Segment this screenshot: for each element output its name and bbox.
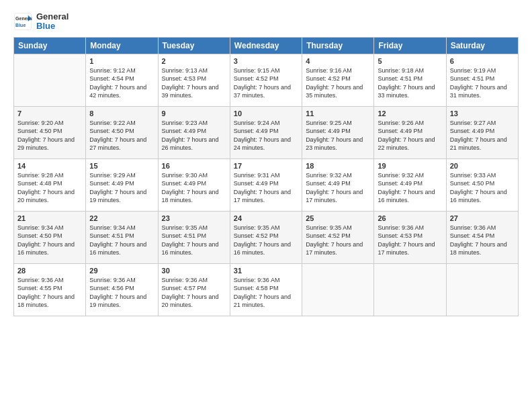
- cell-day-number: 14: [17, 162, 82, 170]
- cell-info: Sunrise: 9:34 AMSunset: 4:51 PMDaylight:…: [89, 224, 154, 257]
- cell-day-number: 30: [162, 267, 226, 275]
- calendar-cell: 21 Sunrise: 9:34 AMSunset: 4:50 PMDaylig…: [14, 211, 86, 263]
- calendar-cell: 12 Sunrise: 9:26 AMSunset: 4:49 PMDaylig…: [374, 106, 446, 158]
- cell-info: Sunrise: 9:27 AMSunset: 4:49 PMDaylight:…: [450, 119, 515, 152]
- cell-info: Sunrise: 9:13 AMSunset: 4:53 PMDaylight:…: [162, 66, 226, 100]
- cell-info: Sunrise: 9:34 AMSunset: 4:50 PMDaylight:…: [17, 224, 82, 257]
- cell-day-number: 2: [162, 57, 226, 65]
- calendar-cell: [14, 54, 86, 106]
- calendar-cell: 5 Sunrise: 9:18 AMSunset: 4:51 PMDayligh…: [374, 54, 446, 106]
- calendar-cell: 13 Sunrise: 9:27 AMSunset: 4:49 PMDaylig…: [446, 106, 518, 158]
- cell-day-number: 11: [306, 109, 370, 118]
- weekday-header-friday: Friday: [374, 37, 446, 54]
- weekday-header-tuesday: Tuesday: [158, 37, 230, 54]
- cell-day-number: 16: [162, 162, 226, 170]
- cell-day-number: 31: [234, 267, 298, 275]
- calendar-cell: 23 Sunrise: 9:35 AMSunset: 4:51 PMDaylig…: [158, 211, 230, 263]
- svg-text:Blue: Blue: [15, 23, 26, 28]
- cell-day-number: 25: [306, 214, 370, 222]
- calendar-cell: 10 Sunrise: 9:24 AMSunset: 4:49 PMDaylig…: [230, 106, 302, 158]
- cell-info: Sunrise: 9:29 AMSunset: 4:49 PMDaylight:…: [89, 171, 154, 205]
- calendar-cell: 16 Sunrise: 9:30 AMSunset: 4:49 PMDaylig…: [158, 158, 230, 211]
- weekday-header-saturday: Saturday: [446, 37, 518, 54]
- calendar-cell: 6 Sunrise: 9:19 AMSunset: 4:51 PMDayligh…: [446, 54, 518, 106]
- weekday-header-wednesday: Wednesday: [230, 37, 302, 54]
- cell-day-number: 17: [234, 162, 298, 170]
- calendar-cell: 22 Sunrise: 9:34 AMSunset: 4:51 PMDaylig…: [86, 211, 158, 263]
- calendar-cell: [374, 263, 446, 316]
- cell-day-number: 23: [162, 214, 226, 222]
- calendar-cell: 2 Sunrise: 9:13 AMSunset: 4:53 PMDayligh…: [158, 54, 230, 106]
- cell-info: Sunrise: 9:36 AMSunset: 4:54 PMDaylight:…: [450, 224, 515, 257]
- cell-info: Sunrise: 9:19 AMSunset: 4:51 PMDaylight:…: [450, 66, 515, 100]
- weekday-header-thursday: Thursday: [302, 37, 374, 54]
- cell-day-number: 4: [306, 57, 370, 65]
- calendar-cell: 3 Sunrise: 9:15 AMSunset: 4:52 PMDayligh…: [230, 54, 302, 106]
- calendar-cell: 24 Sunrise: 9:35 AMSunset: 4:52 PMDaylig…: [230, 211, 302, 263]
- calendar-cell: 17 Sunrise: 9:31 AMSunset: 4:49 PMDaylig…: [230, 158, 302, 211]
- cell-day-number: 3: [234, 57, 298, 65]
- cell-info: Sunrise: 9:30 AMSunset: 4:49 PMDaylight:…: [162, 171, 226, 205]
- cell-info: Sunrise: 9:18 AMSunset: 4:51 PMDaylight:…: [378, 66, 442, 100]
- calendar-cell: 19 Sunrise: 9:32 AMSunset: 4:49 PMDaylig…: [374, 158, 446, 211]
- cell-info: Sunrise: 9:24 AMSunset: 4:49 PMDaylight:…: [234, 119, 298, 152]
- weekday-header-sunday: Sunday: [14, 37, 86, 54]
- cell-day-number: 19: [378, 162, 442, 170]
- cell-info: Sunrise: 9:35 AMSunset: 4:52 PMDaylight:…: [234, 224, 298, 257]
- cell-day-number: 1: [89, 57, 154, 65]
- cell-info: Sunrise: 9:32 AMSunset: 4:49 PMDaylight:…: [306, 171, 370, 205]
- cell-info: Sunrise: 9:32 AMSunset: 4:49 PMDaylight:…: [378, 171, 442, 205]
- cell-day-number: 26: [378, 214, 442, 222]
- cell-day-number: 20: [450, 162, 515, 170]
- calendar-cell: 4 Sunrise: 9:16 AMSunset: 4:52 PMDayligh…: [302, 54, 374, 106]
- calendar-week-row: 7 Sunrise: 9:20 AMSunset: 4:50 PMDayligh…: [14, 106, 519, 158]
- cell-day-number: 22: [89, 214, 154, 222]
- cell-info: Sunrise: 9:36 AMSunset: 4:53 PMDaylight:…: [378, 224, 442, 257]
- cell-info: Sunrise: 9:28 AMSunset: 4:48 PMDaylight:…: [17, 171, 82, 205]
- cell-day-number: 24: [234, 214, 298, 222]
- calendar-cell: 14 Sunrise: 9:28 AMSunset: 4:48 PMDaylig…: [14, 158, 86, 211]
- calendar-cell: 9 Sunrise: 9:23 AMSunset: 4:49 PMDayligh…: [158, 106, 230, 158]
- calendar-cell: 30 Sunrise: 9:36 AMSunset: 4:57 PMDaylig…: [158, 263, 230, 316]
- calendar-cell: [302, 263, 374, 316]
- cell-day-number: 15: [89, 162, 154, 170]
- cell-day-number: 21: [17, 214, 82, 222]
- logo-icon: General Blue: [13, 12, 32, 31]
- cell-info: Sunrise: 9:16 AMSunset: 4:52 PMDaylight:…: [306, 66, 370, 100]
- cell-info: Sunrise: 9:26 AMSunset: 4:49 PMDaylight:…: [378, 119, 442, 152]
- calendar-cell: 1 Sunrise: 9:12 AMSunset: 4:54 PMDayligh…: [86, 54, 158, 106]
- cell-info: Sunrise: 9:20 AMSunset: 4:50 PMDaylight:…: [17, 119, 82, 152]
- cell-day-number: 13: [450, 109, 515, 118]
- calendar-cell: 28 Sunrise: 9:36 AMSunset: 4:55 PMDaylig…: [14, 263, 86, 316]
- weekday-header-monday: Monday: [86, 37, 158, 54]
- cell-info: Sunrise: 9:33 AMSunset: 4:50 PMDaylight:…: [450, 171, 515, 205]
- calendar-cell: 20 Sunrise: 9:33 AMSunset: 4:50 PMDaylig…: [446, 158, 518, 211]
- calendar-cell: 27 Sunrise: 9:36 AMSunset: 4:54 PMDaylig…: [446, 211, 518, 263]
- calendar-cell: 11 Sunrise: 9:25 AMSunset: 4:49 PMDaylig…: [302, 106, 374, 158]
- cell-day-number: 10: [234, 109, 298, 118]
- calendar-cell: 25 Sunrise: 9:35 AMSunset: 4:52 PMDaylig…: [302, 211, 374, 263]
- cell-day-number: 5: [378, 57, 442, 65]
- calendar-header-row: SundayMondayTuesdayWednesdayThursdayFrid…: [14, 37, 519, 54]
- cell-info: Sunrise: 9:36 AMSunset: 4:55 PMDaylight:…: [17, 276, 82, 310]
- calendar-week-row: 21 Sunrise: 9:34 AMSunset: 4:50 PMDaylig…: [14, 211, 519, 263]
- calendar-cell: 7 Sunrise: 9:20 AMSunset: 4:50 PMDayligh…: [14, 106, 86, 158]
- cell-info: Sunrise: 9:36 AMSunset: 4:58 PMDaylight:…: [234, 276, 298, 310]
- cell-day-number: 29: [89, 267, 154, 275]
- calendar-week-row: 14 Sunrise: 9:28 AMSunset: 4:48 PMDaylig…: [14, 158, 519, 211]
- cell-info: Sunrise: 9:31 AMSunset: 4:49 PMDaylight:…: [234, 171, 298, 205]
- cell-day-number: 18: [306, 162, 370, 170]
- calendar-week-row: 28 Sunrise: 9:36 AMSunset: 4:55 PMDaylig…: [14, 263, 519, 316]
- cell-day-number: 9: [162, 109, 226, 118]
- cell-info: Sunrise: 9:36 AMSunset: 4:56 PMDaylight:…: [89, 276, 154, 310]
- calendar-cell: 31 Sunrise: 9:36 AMSunset: 4:58 PMDaylig…: [230, 263, 302, 316]
- header: General Blue General Blue: [13, 12, 519, 32]
- calendar-cell: 15 Sunrise: 9:29 AMSunset: 4:49 PMDaylig…: [86, 158, 158, 211]
- cell-info: Sunrise: 9:36 AMSunset: 4:57 PMDaylight:…: [162, 276, 226, 310]
- page: General Blue General Blue SundayMondayTu…: [0, 0, 532, 411]
- calendar-cell: [446, 263, 518, 316]
- calendar-cell: 26 Sunrise: 9:36 AMSunset: 4:53 PMDaylig…: [374, 211, 446, 263]
- cell-info: Sunrise: 9:15 AMSunset: 4:52 PMDaylight:…: [234, 66, 298, 100]
- calendar-cell: 8 Sunrise: 9:22 AMSunset: 4:50 PMDayligh…: [86, 106, 158, 158]
- cell-info: Sunrise: 9:35 AMSunset: 4:52 PMDaylight:…: [306, 224, 370, 257]
